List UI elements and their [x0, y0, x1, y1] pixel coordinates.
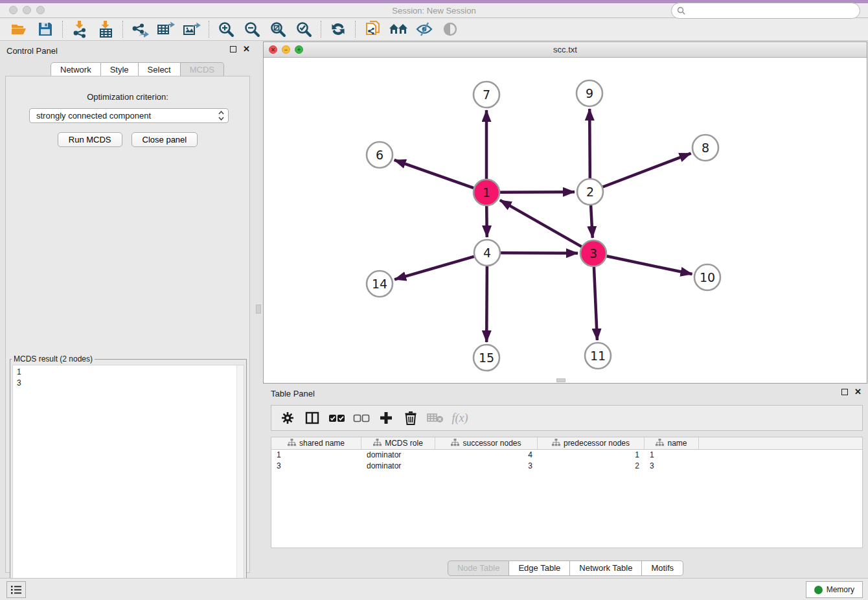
table-panel-title: Table Panel [271, 389, 315, 398]
column-header-name[interactable]: name [645, 437, 699, 449]
tree-icon [288, 439, 296, 448]
clone-network-icon[interactable] [360, 19, 385, 39]
graph-node-7[interactable]: 7 [474, 82, 499, 108]
edge-3-10[interactable] [607, 256, 692, 274]
table-header-row: shared nameMCDS rolesuccessor nodesprede… [271, 437, 862, 450]
zoom-in-icon[interactable] [213, 19, 239, 39]
edge-3-1[interactable] [500, 200, 582, 247]
zoom-selected-icon[interactable] [291, 19, 317, 39]
table-cell[interactable]: 3 [435, 461, 538, 472]
tab-edge-table[interactable]: Edge Table [509, 560, 570, 576]
close-panel-button[interactable]: Close panel [131, 132, 198, 147]
table-row[interactable]: 3dominator323 [271, 461, 862, 472]
tab-motifs[interactable]: Motifs [642, 560, 683, 576]
table-cell[interactable]: 3 [645, 461, 699, 472]
edge-4-3[interactable] [501, 253, 578, 253]
network-canvas[interactable]: 7968124314101511 [264, 58, 867, 383]
graph-node-11[interactable]: 11 [585, 343, 611, 369]
tab-node-table[interactable]: Node Table [448, 560, 510, 576]
svg-text:9: 9 [586, 86, 593, 100]
table-cell[interactable]: dominator [361, 450, 435, 461]
column-header-predecessor-nodes[interactable]: predecessor nodes [538, 437, 645, 449]
graph-node-3[interactable]: 3 [580, 240, 606, 266]
select-all-icon[interactable] [326, 408, 348, 428]
edge-2-9[interactable] [589, 109, 590, 178]
edge-1-6[interactable] [394, 160, 474, 188]
canvas-grab-icon[interactable] [556, 378, 565, 382]
export-image-icon[interactable] [179, 19, 205, 39]
tree-icon [552, 439, 560, 448]
table-tabs: Node TableEdge TableNetwork TableMotifs [263, 560, 868, 576]
column-header-successor-nodes[interactable]: successor nodes [435, 437, 538, 449]
optimization-criterion-select[interactable]: strongly connected component [29, 108, 229, 123]
graph-node-14[interactable]: 14 [367, 271, 393, 297]
status-bar: Memory [0, 578, 868, 600]
edge-4-15[interactable] [486, 266, 487, 342]
vertical-splitter[interactable] [255, 41, 263, 578]
graph-node-2[interactable]: 2 [577, 179, 603, 205]
table-cell[interactable]: 1 [271, 450, 361, 461]
edge-2-8[interactable] [603, 154, 691, 187]
column-header-shared-name[interactable]: shared name [271, 437, 361, 449]
toolbar-separator [209, 21, 209, 38]
graph-node-10[interactable]: 10 [694, 264, 720, 290]
graph-node-4[interactable]: 4 [474, 240, 500, 266]
mcds-result-text[interactable]: 1 3 [12, 365, 244, 594]
tab-network-table[interactable]: Network Table [570, 560, 642, 576]
zoom-out-icon[interactable] [239, 19, 265, 39]
close-panel-icon[interactable]: ✕ [243, 46, 250, 52]
table-cell[interactable]: dominator [361, 461, 435, 472]
table-cell[interactable]: 3 [271, 461, 361, 472]
eye-disabled-icon[interactable] [437, 19, 463, 39]
deselect-all-icon[interactable] [350, 408, 372, 428]
graph-node-8[interactable]: 8 [692, 135, 718, 161]
export-network-icon[interactable] [127, 19, 153, 39]
result-scrollbar[interactable] [236, 365, 244, 593]
float-table-panel-icon[interactable] [841, 389, 848, 395]
edge-1-2[interactable] [500, 192, 575, 192]
open-file-icon[interactable] [6, 19, 32, 39]
table-toolbar: f(x) [271, 405, 863, 431]
delete-row-icon[interactable] [400, 408, 422, 428]
svg-text:10: 10 [700, 270, 715, 284]
table-cell[interactable]: 1 [538, 450, 645, 461]
edge-2-3[interactable] [591, 205, 593, 238]
graph-node-6[interactable]: 6 [367, 142, 393, 168]
svg-text:14: 14 [372, 277, 387, 291]
table-cell[interactable]: 1 [645, 450, 699, 461]
graph-node-1[interactable]: 1 [474, 179, 499, 205]
table-cell[interactable]: 2 [538, 461, 645, 472]
show-columns-icon[interactable] [301, 408, 323, 428]
zoom-fit-icon[interactable] [265, 19, 291, 39]
close-table-panel-icon[interactable]: ✕ [854, 389, 862, 395]
edge-4-14[interactable] [394, 257, 474, 280]
graph-node-9[interactable]: 9 [577, 80, 602, 106]
run-mcds-button[interactable]: Run MCDS [58, 132, 122, 147]
table-cell[interactable]: 4 [435, 450, 538, 461]
search-input[interactable] [686, 5, 860, 17]
save-session-icon[interactable] [32, 19, 58, 39]
search-box[interactable] [671, 3, 860, 19]
houses-icon[interactable] [385, 19, 411, 39]
svg-text:4: 4 [483, 246, 491, 260]
refresh-view-icon[interactable] [325, 19, 351, 39]
control-panel-title: Control Panel [6, 46, 58, 56]
graph-node-15[interactable]: 15 [474, 345, 499, 371]
float-panel-icon[interactable] [230, 46, 236, 52]
import-table-icon[interactable] [93, 19, 119, 39]
memory-button[interactable]: Memory [806, 581, 863, 598]
mcds-result-title: MCDS result (2 nodes) [12, 354, 95, 363]
network-titlebar[interactable]: ✕ − ＋ scc.txt [264, 42, 867, 58]
edge-3-11[interactable] [594, 267, 597, 340]
add-row-icon[interactable] [375, 408, 397, 428]
task-history-button[interactable] [6, 581, 26, 598]
edge-1-4[interactable] [486, 206, 487, 237]
splitter-grab-icon[interactable] [256, 305, 261, 314]
export-table-icon[interactable] [153, 19, 179, 39]
hide-eye-icon[interactable] [411, 19, 437, 39]
select-stepper-icon [218, 111, 224, 121]
table-settings-icon[interactable] [277, 408, 299, 428]
column-header-MCDS-role[interactable]: MCDS role [361, 437, 435, 449]
table-row[interactable]: 1dominator411 [271, 450, 862, 461]
import-network-icon[interactable] [67, 19, 93, 39]
